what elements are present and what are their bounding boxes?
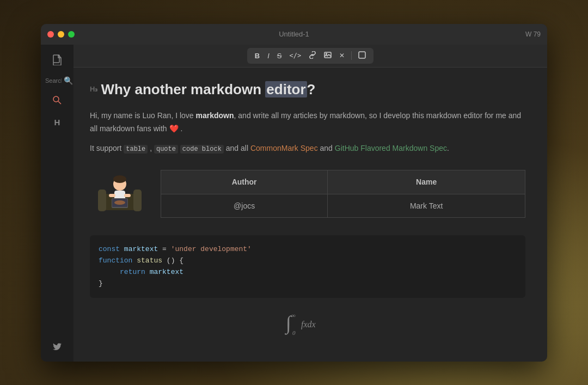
- code-const-keyword: const: [99, 245, 120, 253]
- table-container: Author Name @jocs Mark Text: [161, 161, 525, 227]
- table-row: @jocs Mark Text: [161, 194, 525, 217]
- italic-button[interactable]: I: [264, 51, 273, 61]
- code-block: const marktext = 'under development' fun…: [90, 235, 525, 298]
- svg-point-1: [53, 96, 59, 102]
- toolbar-divider: [351, 51, 352, 60]
- paragraph-1: Hi, my name is Luo Ran, I love markdown,…: [90, 109, 525, 136]
- svg-point-16: [114, 200, 125, 205]
- svg-text:fxdx: fxdx: [301, 320, 316, 329]
- math-svg: ∫ ∞ 0 fxdx: [280, 309, 335, 336]
- svg-rect-5: [359, 52, 365, 58]
- code-marktext-var: marktext: [124, 245, 158, 253]
- editor-content[interactable]: H₃ Why another markdown editor? Hi, my n…: [74, 68, 547, 362]
- svg-rect-14: [124, 194, 131, 197]
- titlebar: Untitled-1 W 79: [41, 24, 547, 45]
- svg-rect-8: [133, 190, 142, 211]
- search-input[interactable]: [45, 77, 62, 84]
- code-function-name: status: [137, 256, 162, 265]
- code-return-keyword: return: [120, 268, 145, 276]
- minimize-dot[interactable]: [58, 31, 64, 38]
- code-quote: quote: [154, 145, 178, 154]
- selected-word: editor: [265, 81, 307, 97]
- heading-sidebar-icon[interactable]: H: [50, 113, 65, 131]
- math-block: ∫ ∞ 0 fxdx: [90, 309, 525, 341]
- close-dot[interactable]: [47, 31, 54, 38]
- sidebar-bottom: [48, 339, 66, 355]
- svg-text:0: 0: [292, 329, 296, 336]
- word-count: W 79: [525, 30, 541, 38]
- commonmark-link[interactable]: CommonMark Spec: [250, 144, 318, 152]
- svg-rect-7: [98, 190, 106, 211]
- heading-indicator: H₃: [90, 84, 97, 95]
- toolbar-area: B I S </>: [74, 45, 547, 68]
- svg-point-4: [326, 53, 327, 54]
- gfm-link[interactable]: GitHub Flavored Markdown Spec: [335, 144, 447, 152]
- code-string: 'under development': [171, 245, 252, 253]
- window-title: Untitled-1: [279, 30, 309, 38]
- formatting-toolbar: B I S </>: [247, 48, 373, 64]
- search-sidebar-icon[interactable]: 🔍: [64, 76, 73, 85]
- twitter-sidebar-icon[interactable]: [48, 339, 66, 355]
- main-window: Untitled-1 W 79 🔍: [41, 24, 547, 362]
- search-active-icon[interactable]: [48, 91, 66, 109]
- svg-line-2: [58, 101, 61, 104]
- markdown-table: Author Name @jocs Mark Text: [161, 170, 525, 218]
- bold-markdown: markdown: [196, 111, 234, 120]
- svg-text:∞: ∞: [291, 312, 296, 319]
- sidebar: 🔍 H: [41, 45, 74, 362]
- strikethrough-button[interactable]: S: [274, 51, 285, 61]
- code-return-var: marktext: [150, 268, 183, 276]
- main-heading: H₃ Why another markdown editor?: [90, 78, 525, 101]
- table-section: Author Name @jocs Mark Text: [90, 161, 525, 227]
- table-header-name: Name: [328, 170, 525, 194]
- code-line-3: return marktext: [99, 267, 517, 278]
- table-cell-author: @jocs: [161, 194, 328, 217]
- svg-rect-13: [109, 194, 115, 197]
- code-line-2: function status () {: [99, 255, 517, 267]
- file-sidebar-icon[interactable]: [48, 50, 66, 70]
- character-svg: [95, 167, 144, 216]
- maximize-dot[interactable]: [68, 31, 75, 38]
- heart-emoji: ❤️: [169, 124, 179, 133]
- main-layout: 🔍 H B: [41, 45, 547, 362]
- image-button[interactable]: [321, 50, 335, 62]
- clear-button[interactable]: ✕: [336, 51, 348, 60]
- table-header-author: Author: [161, 170, 328, 194]
- link-button[interactable]: [305, 50, 320, 62]
- code-inline-button[interactable]: </>: [286, 51, 305, 60]
- code-block-inline: code block: [180, 145, 224, 154]
- erase-button[interactable]: [355, 50, 369, 62]
- character-illustration: [90, 161, 150, 216]
- content-wrapper: B I S </>: [74, 45, 547, 362]
- code-table: table: [124, 145, 148, 154]
- paragraph-2: It support table , quote code block and …: [90, 142, 525, 155]
- table-cell-name: Mark Text: [328, 194, 525, 217]
- bold-button[interactable]: B: [252, 51, 263, 61]
- heading-text: Why another markdown editor?: [101, 78, 315, 101]
- code-line-1: const marktext = 'under development': [99, 244, 517, 255]
- svg-point-15: [113, 175, 126, 183]
- code-line-4: }: [99, 278, 517, 290]
- code-function-keyword: function: [99, 256, 132, 265]
- window-controls: [47, 31, 75, 38]
